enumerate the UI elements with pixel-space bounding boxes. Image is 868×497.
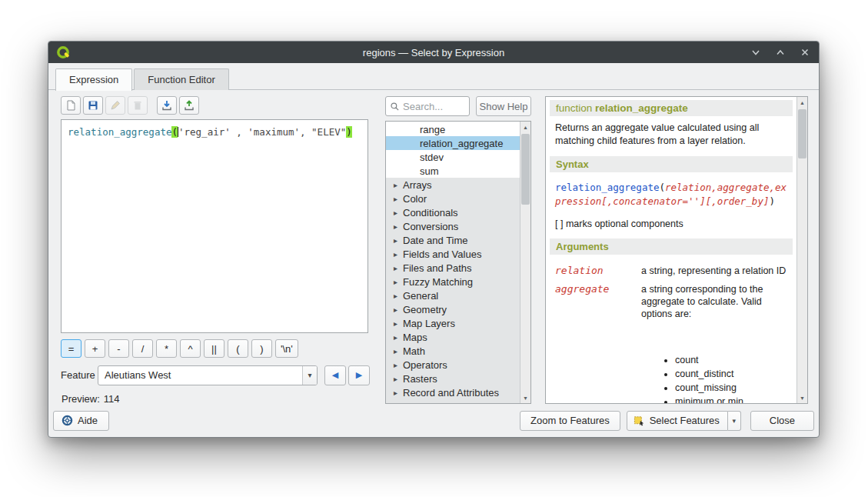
function-group-date-and-time[interactable]: ▸Date and Time	[386, 233, 520, 247]
combobox-dropdown-icon[interactable]: ▾	[302, 366, 317, 385]
expander-icon[interactable]: ▸	[394, 347, 403, 355]
operator-open-paren-button[interactable]: (	[228, 339, 248, 358]
zoom-to-features-button[interactable]: Zoom to Features	[520, 411, 620, 431]
tab-expression[interactable]: Expression	[55, 68, 132, 91]
function-group-arrays[interactable]: ▸Arrays	[386, 178, 520, 192]
scroll-up-icon[interactable]: ▲	[520, 122, 530, 132]
export-expressions-button[interactable]	[179, 96, 199, 115]
operator-close-paren-button[interactable]: )	[251, 339, 272, 358]
expander-icon[interactable]: ▸	[394, 305, 403, 314]
expander-icon[interactable]: ▸	[394, 389, 403, 397]
operator-newline-button[interactable]: '\n'	[275, 339, 298, 358]
expander-icon[interactable]: ▸	[394, 278, 403, 286]
help-title: function relation_aggregate	[550, 100, 793, 116]
dropdown-icon: ▾	[732, 417, 736, 425]
expander-icon[interactable]: ▸	[394, 333, 403, 342]
new-expression-button[interactable]	[61, 96, 81, 115]
previous-feature-button[interactable]: ◀	[324, 365, 346, 385]
help-panel-scrollbar[interactable]: ▲ ▼	[796, 97, 807, 403]
show-help-button[interactable]: Show Help	[476, 96, 531, 116]
function-group-math[interactable]: ▸Math	[386, 344, 520, 358]
aggregate-option: count	[675, 354, 787, 366]
aggregate-option: count_distinct	[675, 368, 787, 380]
function-group-relations[interactable]: ▸Relations	[386, 399, 520, 404]
expander-icon[interactable]: ▸	[394, 402, 403, 405]
select-by-expression-dialog: regions — Select by Expression Expressio…	[48, 41, 820, 438]
syntax-function-name: relation_aggregate	[555, 182, 659, 193]
feature-label: Feature	[61, 369, 98, 381]
select-features-icon	[634, 415, 645, 426]
scroll-up-icon[interactable]: ▲	[797, 97, 807, 108]
function-group-maps[interactable]: ▸Maps	[386, 330, 520, 344]
tab-function-editor[interactable]: Function Editor	[134, 68, 228, 90]
delete-expression-button[interactable]	[128, 96, 148, 115]
titlebar[interactable]: regions — Select by Expression	[48, 42, 819, 63]
edit-expression-button[interactable]	[105, 96, 125, 115]
operator-buttons: = + - / * ^ || ( ) '\n'	[61, 339, 298, 358]
operator-plus-button[interactable]: +	[85, 339, 105, 358]
scroll-down-icon[interactable]: ▼	[520, 392, 530, 403]
function-item-range[interactable]: range	[386, 122, 520, 136]
function-group-geometry[interactable]: ▸Geometry	[386, 302, 520, 316]
scrollbar-thumb[interactable]	[798, 109, 806, 158]
function-group-conversions[interactable]: ▸Conversions	[386, 219, 520, 233]
expander-icon[interactable]: ▸	[394, 264, 403, 272]
shade-window-icon[interactable]	[750, 46, 762, 58]
expander-icon[interactable]: ▸	[394, 375, 403, 383]
function-tree-rows: range relation_aggregate stdev sum ▸Arra…	[386, 122, 520, 404]
expander-icon[interactable]: ▸	[394, 319, 403, 328]
help-buoy-icon	[62, 415, 73, 426]
import-expressions-button[interactable]	[157, 96, 177, 115]
aggregate-options-list: count count_distinct count_missing minim…	[664, 354, 787, 403]
operator-multiply-button[interactable]: *	[156, 339, 177, 358]
expander-icon[interactable]: ▸	[394, 361, 403, 369]
help-button[interactable]: Aide	[53, 411, 109, 431]
argument-name: relation	[555, 265, 635, 277]
select-features-button[interactable]: Select Features	[627, 411, 728, 431]
save-expression-button[interactable]	[83, 96, 103, 115]
function-group-record-and-attributes[interactable]: ▸Record and Attributes	[386, 385, 520, 399]
preview-value: 114	[104, 393, 120, 405]
next-feature-button[interactable]: ▶	[348, 365, 370, 385]
function-item-stdev[interactable]: stdev	[386, 150, 520, 164]
operator-minus-button[interactable]: -	[108, 339, 129, 358]
function-group-color[interactable]: ▸Color	[386, 192, 520, 205]
expression-open-paren-token: (	[171, 126, 178, 138]
function-help-panel: function relation_aggregate Returns an a…	[545, 96, 808, 404]
function-search-box[interactable]	[385, 96, 470, 116]
scroll-down-icon[interactable]: ▼	[797, 392, 807, 403]
function-group-map-layers[interactable]: ▸Map Layers	[386, 316, 520, 330]
expander-icon[interactable]: ▸	[394, 236, 403, 245]
function-group-operators[interactable]: ▸Operators	[386, 358, 520, 372]
function-group-rasters[interactable]: ▸Rasters	[386, 372, 520, 385]
search-icon	[390, 102, 400, 112]
operator-concat-button[interactable]: ||	[204, 339, 224, 358]
search-input[interactable]	[403, 101, 465, 112]
expander-icon[interactable]: ▸	[394, 250, 403, 259]
function-group-fuzzy-matching[interactable]: ▸Fuzzy Matching	[386, 275, 520, 289]
function-group-fields-and-values[interactable]: ▸Fields and Values	[386, 247, 520, 261]
maximize-window-icon[interactable]	[774, 46, 787, 58]
close-button[interactable]: Close	[750, 411, 814, 431]
operator-equals-button[interactable]: =	[61, 339, 81, 358]
expander-icon[interactable]: ▸	[394, 181, 403, 189]
expression-editor[interactable]: relation_aggregate('reg_air' , 'maximum'…	[61, 119, 368, 333]
function-tree-scrollbar[interactable]: ▲ ▼	[520, 122, 530, 403]
scrollbar-thumb[interactable]	[521, 134, 530, 205]
aggregate-option: minimum or min	[675, 395, 787, 403]
expander-icon[interactable]: ▸	[394, 292, 403, 300]
operator-power-button[interactable]: ^	[180, 339, 201, 358]
function-group-files-and-paths[interactable]: ▸Files and Paths	[386, 261, 520, 275]
feature-combobox[interactable]: Aleutians West ▾	[98, 365, 318, 385]
expander-icon[interactable]: ▸	[394, 222, 403, 231]
expander-icon[interactable]: ▸	[394, 208, 403, 217]
function-group-conditionals[interactable]: ▸Conditionals	[386, 205, 520, 219]
close-window-icon[interactable]	[799, 46, 811, 58]
function-item-sum[interactable]: sum	[386, 164, 520, 178]
optional-components-note: [ ] marks optional components	[555, 218, 787, 229]
select-features-dropdown-button[interactable]: ▾	[728, 411, 741, 431]
operator-divide-button[interactable]: /	[132, 339, 153, 358]
function-item-relation-aggregate[interactable]: relation_aggregate	[386, 136, 520, 150]
expander-icon[interactable]: ▸	[394, 195, 403, 203]
function-group-general[interactable]: ▸General	[386, 289, 520, 302]
